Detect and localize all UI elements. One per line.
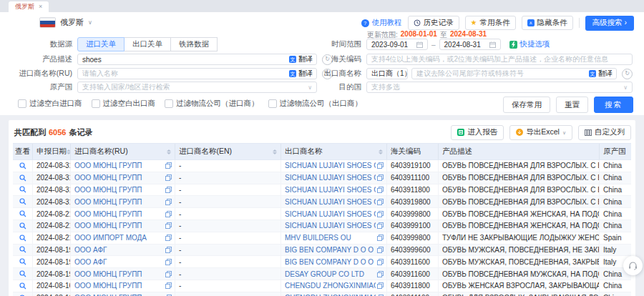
date-from-input[interactable]: 2023-09-01 <box>366 39 428 50</box>
history-ring-icon[interactable]: ↻ <box>622 69 633 79</box>
datasource-tab[interactable]: 铁路数据 <box>170 37 218 51</box>
copy-icon[interactable] <box>377 211 384 217</box>
hs-code-input[interactable]: 支持4位以上海关编码，或2位海关编码加上产品描述，企业名称的任意信息 <box>366 54 633 65</box>
filter-checkbox[interactable]: 过滤物流公司（进口商） <box>165 99 259 109</box>
checkbox-icon[interactable] <box>165 99 173 108</box>
reset-button[interactable]: 重置 <box>556 97 588 113</box>
importer-link[interactable]: ООО МЮНЦ ГРУПП <box>74 162 164 169</box>
save-favorite-button[interactable]: 保存常用 <box>503 97 550 113</box>
magnifier-icon[interactable] <box>19 222 26 230</box>
magnifier-icon[interactable] <box>19 246 26 253</box>
col-header-importer-en[interactable]: 进口商名称(EN) <box>175 144 281 159</box>
filter-checkbox[interactable]: 过滤空白出口商 <box>92 99 156 109</box>
copy-icon[interactable] <box>377 259 384 265</box>
copy-icon[interactable] <box>377 162 384 169</box>
copy-icon[interactable] <box>377 235 384 241</box>
col-header-view[interactable]: 查看 <box>13 144 33 159</box>
export-excel-button[interactable]: 导出Excel ∨ <box>509 125 572 140</box>
tab-russia[interactable]: 俄罗斯 × <box>9 1 49 12</box>
checkbox-icon[interactable] <box>92 99 100 108</box>
copy-icon[interactable] <box>377 222 384 229</box>
translate-button[interactable]: 文 翻译 <box>586 69 613 79</box>
sort-icon[interactable] <box>273 149 277 154</box>
origin-select[interactable]: 支持输入国家/地区进行检索 ∨ <box>77 82 317 93</box>
copy-icon[interactable] <box>165 235 172 241</box>
copy-icon[interactable] <box>377 247 384 253</box>
view-cell[interactable] <box>13 268 33 280</box>
col-header-importer-ru[interactable]: 进口商名称(RU) <box>71 144 175 159</box>
importer-link[interactable]: ООО МЮНЦ ГРУПП <box>74 222 164 230</box>
col-header-date[interactable]: 申报日期 <box>33 144 71 159</box>
exporter-link[interactable]: BIG BEN COMPANY D O O FROM BEST T <box>285 258 376 266</box>
magnifier-icon[interactable] <box>19 174 26 182</box>
importer-link[interactable]: ООО МЮНЦ ГРУПП <box>74 210 164 218</box>
magnifier-icon[interactable] <box>19 235 26 242</box>
exporter-link[interactable]: DESAY GROUP CO LTD <box>285 270 376 278</box>
view-cell[interactable] <box>13 172 33 184</box>
magnifier-icon[interactable] <box>19 270 26 277</box>
close-icon[interactable]: × <box>39 4 42 10</box>
date-to-input[interactable]: 2024-08-31 <box>439 39 501 50</box>
exporter-link[interactable]: BIG BEN COMPANY D O O FROM BEST T <box>285 246 376 254</box>
history-button[interactable]: 历史记录 <box>408 16 459 30</box>
copy-icon[interactable] <box>165 282 172 289</box>
view-cell[interactable] <box>13 184 33 196</box>
exporter-input[interactable]: 建议去除公司尾部字符或特殊符号 文 翻译 <box>411 68 617 79</box>
copy-icon[interactable] <box>377 199 384 205</box>
view-cell[interactable] <box>13 232 33 244</box>
importer-link[interactable]: ООО АФГ <box>74 246 164 254</box>
importer-link[interactable]: ООО МЮНЦ ГРУПП <box>74 270 164 278</box>
enter-report-button[interactable]: 进入报告 <box>451 125 504 140</box>
filter-checkbox[interactable]: 过滤物流公司（出口商） <box>268 99 363 109</box>
quick-options-link[interactable]: 快捷选项 <box>509 39 550 49</box>
filter-checkbox[interactable]: 过滤空白进口商 <box>18 99 82 109</box>
copy-icon[interactable] <box>165 187 172 193</box>
exporter-link[interactable]: SICHUAN LUJIAYI SHOES CO LTD <box>285 210 376 218</box>
checkbox-icon[interactable] <box>18 99 26 108</box>
exporter-link[interactable]: SICHUAN LUJIAYI SHOES CO LTD <box>285 198 376 206</box>
copy-icon[interactable] <box>165 199 172 205</box>
exporter-link[interactable]: CHENGDU ZHONGXINMIAO TRADING C <box>285 282 376 290</box>
view-cell[interactable] <box>13 220 33 232</box>
sort-icon[interactable] <box>379 149 383 154</box>
hide-conditions-button[interactable]: ∧ 隐藏条件 <box>522 16 573 30</box>
copy-icon[interactable] <box>377 174 384 181</box>
view-cell[interactable] <box>13 208 33 219</box>
magnifier-icon[interactable] <box>19 186 26 193</box>
datasource-tab[interactable]: 进口关单 <box>77 37 125 51</box>
advanced-search-button[interactable]: 高级搜索 › <box>585 16 634 31</box>
exporter-link[interactable]: SICHUAN LUJIAYI SHOES CO LTD <box>285 162 376 169</box>
view-cell[interactable] <box>13 245 33 256</box>
exporter-link[interactable]: SICHUAN LUJIAYI SHOES CO LTD <box>285 186 376 194</box>
destination-select[interactable]: 支持多选 ∨ <box>366 82 633 93</box>
magnifier-icon[interactable] <box>19 282 26 290</box>
importer-link[interactable]: ООО МЮНЦ ГРУПП <box>74 282 164 290</box>
exporter-link[interactable]: SICHUAN LUJIAYI SHOES CO LTD <box>285 174 376 182</box>
country-selector[interactable]: 俄罗斯 ∨ <box>39 17 92 28</box>
importer-link[interactable]: ООО АФГ <box>74 258 164 266</box>
copy-icon[interactable] <box>165 162 172 169</box>
exporter-type-select[interactable]: 出口商（1） ∨ <box>366 68 408 79</box>
view-cell[interactable] <box>13 280 33 292</box>
tutorial-link[interactable]: ? 使用教程 <box>361 18 402 28</box>
datasource-tab[interactable]: 出口关单 <box>124 37 171 51</box>
importer-input[interactable]: 请输入名称 文 翻译 <box>77 68 317 79</box>
sort-icon[interactable] <box>167 149 171 154</box>
col-header-exporter[interactable]: 出口商名称 <box>281 144 387 159</box>
view-cell[interactable] <box>13 196 33 207</box>
copy-icon[interactable] <box>165 259 172 265</box>
customize-columns-button[interactable]: 自定义列 <box>578 125 631 140</box>
copy-icon[interactable] <box>377 187 384 193</box>
importer-link[interactable]: ООО МЮНЦ ГРУПП <box>74 186 164 194</box>
magnifier-icon[interactable] <box>19 258 26 265</box>
magnifier-icon[interactable] <box>19 210 26 217</box>
view-cell[interactable] <box>13 256 33 267</box>
favorites-button[interactable]: ★ 常用条件 <box>465 16 516 30</box>
copy-icon[interactable] <box>165 271 172 277</box>
search-button[interactable]: 搜索 <box>594 97 633 113</box>
customer-service-button[interactable] <box>623 256 643 275</box>
product-desc-input[interactable]: shoes 文 翻译 <box>77 54 317 65</box>
copy-icon[interactable] <box>165 174 172 181</box>
exporter-link[interactable]: MHV BUILDERS OU <box>285 234 376 242</box>
importer-link[interactable]: ООО МЮНЦ ГРУПП <box>74 174 164 182</box>
